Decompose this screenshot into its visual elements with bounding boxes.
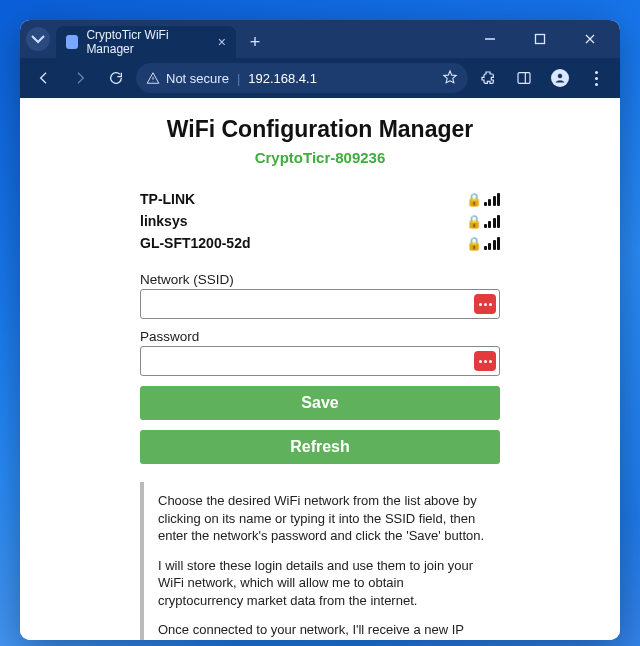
tab-title: CryptoTicr WiFi Manager [86, 28, 203, 56]
page-title: WiFi Configuration Manager [38, 116, 602, 143]
instructions-box: Choose the desired WiFi network from the… [140, 482, 500, 640]
omnibox[interactable]: Not secure | 192.168.4.1 [136, 63, 468, 93]
password-label: Password [140, 329, 500, 344]
not-secure-chip[interactable]: Not secure [146, 71, 229, 86]
side-panel-button[interactable] [508, 62, 540, 94]
profile-button[interactable] [544, 62, 576, 94]
not-secure-label: Not secure [166, 71, 229, 86]
page-content: WiFi Configuration Manager CryptoTicr-80… [20, 98, 620, 640]
browser-window: CryptoTicr WiFi Manager × + Not secure [20, 20, 620, 640]
refresh-button[interactable]: Refresh [140, 430, 500, 464]
instructions-p3: Once connected to your network, I'll rec… [158, 621, 490, 640]
password-manager-icon[interactable] [474, 294, 496, 314]
network-row[interactable]: TP-LINK 🔒 [140, 188, 500, 210]
signal-icon [484, 192, 501, 206]
forward-button[interactable] [64, 62, 96, 94]
extensions-button[interactable] [472, 62, 504, 94]
network-list: TP-LINK 🔒 linksys 🔒 GL-SFT1200-52d 🔒 [140, 188, 500, 254]
ssid-input[interactable] [140, 289, 500, 319]
address-bar: Not secure | 192.168.4.1 [20, 58, 620, 98]
tab-strip: CryptoTicr WiFi Manager × + [20, 20, 620, 58]
back-button[interactable] [28, 62, 60, 94]
svg-point-2 [558, 74, 562, 78]
network-ssid: TP-LINK [140, 191, 466, 207]
reload-button[interactable] [100, 62, 132, 94]
svg-rect-0 [536, 35, 545, 44]
tab-search-button[interactable] [26, 27, 50, 51]
ssid-label: Network (SSID) [140, 272, 500, 287]
signal-icon [484, 214, 501, 228]
tab-close-button[interactable]: × [218, 35, 226, 49]
new-tab-button[interactable]: + [242, 29, 268, 55]
lock-icon: 🔒 [466, 214, 482, 229]
svg-rect-1 [518, 73, 530, 84]
network-row[interactable]: linksys 🔒 [140, 210, 500, 232]
device-name: CryptoTicr-809236 [38, 149, 602, 166]
lock-icon: 🔒 [466, 236, 482, 251]
signal-icon [484, 236, 501, 250]
password-manager-icon[interactable] [474, 351, 496, 371]
password-input[interactable] [140, 346, 500, 376]
instructions-p2: I will store these login details and use… [158, 557, 490, 610]
tab-favicon [66, 35, 78, 49]
network-row[interactable]: GL-SFT1200-52d 🔒 [140, 232, 500, 254]
instructions-p1: Choose the desired WiFi network from the… [158, 492, 490, 545]
url-text: 192.168.4.1 [248, 71, 317, 86]
window-maximize-button[interactable] [518, 24, 562, 54]
network-ssid: linksys [140, 213, 466, 229]
window-close-button[interactable] [568, 24, 612, 54]
lock-icon: 🔒 [466, 192, 482, 207]
chrome-menu-button[interactable] [580, 62, 612, 94]
wifi-form: Network (SSID) Password [140, 272, 500, 376]
network-ssid: GL-SFT1200-52d [140, 235, 466, 251]
window-minimize-button[interactable] [468, 24, 512, 54]
browser-tab[interactable]: CryptoTicr WiFi Manager × [56, 26, 236, 58]
bookmark-button[interactable] [442, 69, 458, 88]
save-button[interactable]: Save [140, 386, 500, 420]
